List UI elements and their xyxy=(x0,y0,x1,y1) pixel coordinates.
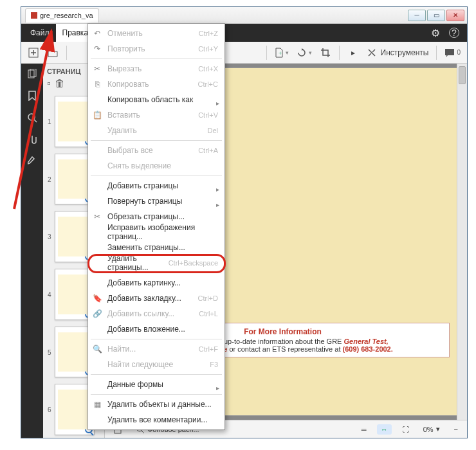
document-title: gre_research_va xyxy=(40,12,93,19)
link-icon: 🔗 xyxy=(92,309,102,319)
maximize-button[interactable]: ▭ xyxy=(427,10,445,21)
vertical-scrollbar[interactable] xyxy=(457,64,467,420)
delete-data-icon: ▦ xyxy=(92,399,102,410)
signature-icon[interactable] xyxy=(26,155,39,168)
search-icon[interactable] xyxy=(26,111,39,124)
app-icon xyxy=(31,12,37,19)
close-button[interactable]: ✕ xyxy=(446,10,464,21)
menu-copy: ⎘КопироватьCtrl+C xyxy=(88,76,224,92)
open-button[interactable] xyxy=(44,44,61,61)
pages-icon[interactable] xyxy=(26,68,39,80)
menu-cut: ✂ВырезатьCtrl+X xyxy=(88,61,224,76)
menu-redo: ↷ПовторитьCtrl+Y xyxy=(88,41,224,57)
left-sidebar xyxy=(21,64,43,438)
svg-text:+: + xyxy=(279,50,282,57)
rotate-button[interactable]: ▾ xyxy=(294,44,315,61)
menu-fix-images[interactable]: Исправить изображения страниц... xyxy=(88,224,224,240)
svg-point-5 xyxy=(28,114,35,120)
menu-undo: ↶ОтменитьCtrl+Z xyxy=(88,26,224,41)
more-button[interactable]: ▸ xyxy=(345,44,362,61)
menu-add-pages[interactable]: Добавить страницы xyxy=(88,178,224,194)
menu-replace-pages[interactable]: Заменить страницы... xyxy=(88,240,224,255)
menu-copy-area[interactable]: Копировать область как xyxy=(88,92,224,107)
menu-delete-objects[interactable]: ▦Удалить объекты и данные... xyxy=(88,397,224,412)
edit-dropdown: ↶ОтменитьCtrl+Z ↷ПовторитьCtrl+Y ✂Выреза… xyxy=(87,23,225,430)
paste-icon: 📋 xyxy=(92,110,102,120)
menu-add-link: 🔗Добавить ссылку...Ctrl+L xyxy=(88,306,224,321)
fullscreen-icon[interactable]: ⛶ xyxy=(398,424,413,435)
copy-icon: ⎘ xyxy=(92,79,102,89)
menu-find-next: Найти следующееF3 xyxy=(88,357,224,372)
cut-icon: ✂ xyxy=(92,64,102,74)
menu-paste: 📋ВставитьCtrl+V xyxy=(88,107,224,123)
menu-add-picture[interactable]: Добавить картинку... xyxy=(88,275,224,291)
fit-width-icon[interactable]: ═ xyxy=(358,424,371,435)
menu-file[interactable]: Файл xyxy=(24,24,56,42)
undo-icon: ↶ xyxy=(92,28,102,39)
zoom-out-icon[interactable]: − xyxy=(450,424,462,435)
crop-icon: ✂ xyxy=(92,212,102,222)
find-icon: 🔍 xyxy=(92,344,102,354)
menu-find: 🔍Найти...Ctrl+F xyxy=(88,341,224,357)
menu-deselect: Снять выделение xyxy=(88,158,224,174)
thumb-add-icon[interactable]: ▫ xyxy=(47,78,51,89)
svg-rect-2 xyxy=(445,49,454,55)
comments-button[interactable]: 0 xyxy=(442,44,463,61)
menu-rotate-pages[interactable]: Повернуть страницы xyxy=(88,194,224,209)
menu-form-data[interactable]: Данные формы xyxy=(88,377,224,392)
new-tab-button[interactable] xyxy=(25,44,42,61)
minimize-button[interactable]: ─ xyxy=(408,10,426,21)
menu-delete-comments[interactable]: Удалить все комментарии... xyxy=(88,412,224,428)
bookmark-add-icon: 🔖 xyxy=(92,293,102,303)
document-tab[interactable]: gre_research_va xyxy=(25,8,99,22)
redo-icon: ↷ xyxy=(92,44,102,54)
menu-select-all: Выбрать всеCtrl+A xyxy=(88,143,224,158)
zoom-value[interactable]: 0% ▾ xyxy=(419,424,444,435)
tools-button[interactable]: Инструменты xyxy=(364,44,432,61)
menu-crop-pages[interactable]: ✂Обрезать страницы... xyxy=(88,209,224,224)
menu-add-bookmark[interactable]: 🔖Добавить закладку...Ctrl+D xyxy=(88,291,224,306)
menu-delete-pages[interactable]: Удалить страницы...Ctrl+Backspace xyxy=(88,255,224,271)
attachment-icon[interactable] xyxy=(26,133,39,146)
menu-delete: УдалитьDel xyxy=(88,123,224,138)
bookmark-icon[interactable] xyxy=(26,89,39,102)
fit-page-icon[interactable]: ↔ xyxy=(377,424,392,435)
menu-add-attachment[interactable]: Добавить вложение... xyxy=(88,321,224,337)
help-icon[interactable]: ? xyxy=(449,28,459,38)
crop-button[interactable] xyxy=(317,44,334,61)
settings-icon[interactable]: ⚙ xyxy=(431,27,440,39)
thumb-delete-icon[interactable]: 🗑 xyxy=(55,78,65,89)
add-page-button[interactable]: +▾ xyxy=(272,44,291,61)
titlebar: gre_research_va ─ ▭ ✕ xyxy=(21,7,467,24)
tools-label: Инструменты xyxy=(381,48,429,57)
